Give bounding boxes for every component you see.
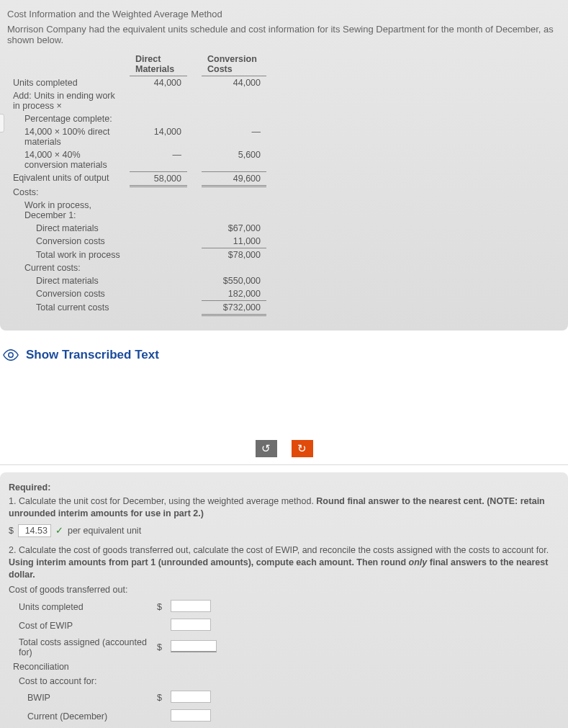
table-row: Current costs: xyxy=(7,261,266,274)
cost-ewip-input[interactable] xyxy=(171,619,211,631)
cell-value: 14,000 xyxy=(130,125,187,148)
table-row: BWIP $ xyxy=(9,688,221,707)
schedule-table: Direct Materials Conversion Costs Units … xyxy=(7,53,266,316)
cell-value: $732,000 xyxy=(202,301,266,315)
row-label: Conversion costs xyxy=(7,287,130,301)
q1-answer-row: $ 14.53 ✓ per equivalent unit xyxy=(9,524,559,537)
undo-icon: ↺ xyxy=(261,442,271,455)
q1-text: 1. Calculate the unit cost for December,… xyxy=(9,495,559,520)
cogt-label: Cost of goods transferred out: xyxy=(9,585,559,595)
problem-subtitle: Morrison Company had the equivalent unit… xyxy=(7,24,561,45)
table-row: Direct materials $550,000 xyxy=(7,274,266,287)
bwip-input[interactable] xyxy=(171,691,211,703)
cell-value: $550,000 xyxy=(202,274,266,287)
row-label: Work in process, December 1: xyxy=(7,199,130,222)
row-label: Cost of EWIP xyxy=(9,616,153,635)
q1-suffix: per equivalent unit xyxy=(68,526,141,536)
row-label: Percentage complete: xyxy=(7,112,130,125)
table-row: Units completed $ xyxy=(9,598,221,616)
row-label: Units completed xyxy=(7,76,130,90)
show-transcribed-link[interactable]: Show Transcribed Text xyxy=(26,348,159,362)
calc-table: Units completed $ Cost of EWIP Total cos… xyxy=(9,598,221,728)
row-label: Conversion costs xyxy=(7,235,130,248)
row-label: Total current costs xyxy=(7,301,130,315)
row-label: Current costs: xyxy=(7,261,130,274)
row-label: Direct materials xyxy=(7,274,130,287)
row-label: Direct materials xyxy=(7,222,130,235)
table-row: Conversion costs 182,000 xyxy=(7,287,266,301)
table-row: Direct materials $67,000 xyxy=(7,222,266,235)
required-panel: Required: 1. Calculate the unit cost for… xyxy=(0,472,568,728)
row-label: Costs: xyxy=(7,186,130,199)
q1-answer-input[interactable]: 14.53 xyxy=(18,524,51,537)
table-row: Work in process, December 1: xyxy=(7,199,266,222)
required-heading: Required: xyxy=(9,482,559,493)
button-bar: ↺ ↻ xyxy=(0,434,568,465)
table-row: Eqivalent units of output 58,000 49,600 xyxy=(7,171,266,186)
table-row: 14,000 × 40% conversion materials — 5,60… xyxy=(7,148,266,171)
table-row: Cost to account for: xyxy=(9,674,221,688)
row-label: Current (December) xyxy=(9,707,153,726)
current-dec-input[interactable] xyxy=(171,709,211,722)
table-row: Conversion costs 11,000 xyxy=(7,235,266,248)
dollar-sign: $ xyxy=(153,598,166,616)
table-row: Total work in process $78,000 xyxy=(7,248,266,262)
table-row: Cost of EWIP xyxy=(9,616,221,635)
row-label: Add: Units in ending work in process × xyxy=(7,89,130,112)
table-row: Units completed 44,000 44,000 xyxy=(7,76,266,90)
show-transcribed-row[interactable]: Show Transcribed Text xyxy=(0,331,568,391)
table-row: 14,000 × 100% direct materials 14,000 — xyxy=(7,125,266,148)
redo-button[interactable]: ↻ xyxy=(292,440,313,457)
row-label: Reconciliation xyxy=(9,660,153,674)
row-label: Units completed xyxy=(9,598,153,616)
eye-icon xyxy=(3,349,19,361)
table-row: Current (December) xyxy=(9,707,221,726)
row-label: Total costs assigned (accounted for) xyxy=(9,635,153,660)
dollar-sign: $ xyxy=(153,688,166,707)
cell-value: — xyxy=(130,148,187,171)
row-label: Cost to account for: xyxy=(9,674,153,688)
cell-value: $78,000 xyxy=(202,248,266,262)
undo-button[interactable]: ↺ xyxy=(256,440,277,457)
table-row: Percentage complete: xyxy=(7,112,266,125)
row-label: 14,000 × 100% direct materials xyxy=(7,125,130,148)
table-row: Total costs assigned (accounted for) $ xyxy=(9,635,221,660)
table-row: Costs: xyxy=(7,186,266,199)
side-handle[interactable] xyxy=(0,114,4,132)
row-label: Eqivalent units of output xyxy=(7,171,130,186)
table-row: Total current costs $732,000 xyxy=(7,301,266,315)
redo-icon: ↻ xyxy=(297,442,307,455)
cell-value: 182,000 xyxy=(202,287,266,301)
problem-panel: Cost Information and the Weighted Averag… xyxy=(0,0,568,331)
cell-value: 58,000 xyxy=(130,171,187,186)
col-header-cc: Conversion Costs xyxy=(202,53,266,76)
cell-value: 5,600 xyxy=(202,148,266,171)
dollar-sign: $ xyxy=(9,526,14,536)
svg-point-0 xyxy=(9,353,13,357)
cell-value: 11,000 xyxy=(202,235,266,248)
problem-title: Cost Information and the Weighted Averag… xyxy=(7,9,561,19)
cell-value: 49,600 xyxy=(202,171,266,186)
units-completed-input[interactable] xyxy=(171,600,211,612)
row-label: 14,000 × 40% conversion materials xyxy=(7,148,130,171)
col-header-dm: Direct Materials xyxy=(130,53,187,76)
dollar-sign: $ xyxy=(153,635,166,660)
table-row: Reconciliation xyxy=(9,660,221,674)
cell-value: — xyxy=(202,125,266,148)
total-assigned-input[interactable] xyxy=(171,640,217,652)
row-label: Total work in process xyxy=(7,248,130,262)
q2-text: 2. Calculate the cost of goods transferr… xyxy=(9,544,559,581)
check-icon: ✓ xyxy=(55,525,63,536)
cell-value: 44,000 xyxy=(130,76,187,90)
table-row: Add: Units in ending work in process × xyxy=(7,89,266,112)
cell-value: 44,000 xyxy=(202,76,266,90)
cell-value: $67,000 xyxy=(202,222,266,235)
row-label: BWIP xyxy=(9,688,153,707)
